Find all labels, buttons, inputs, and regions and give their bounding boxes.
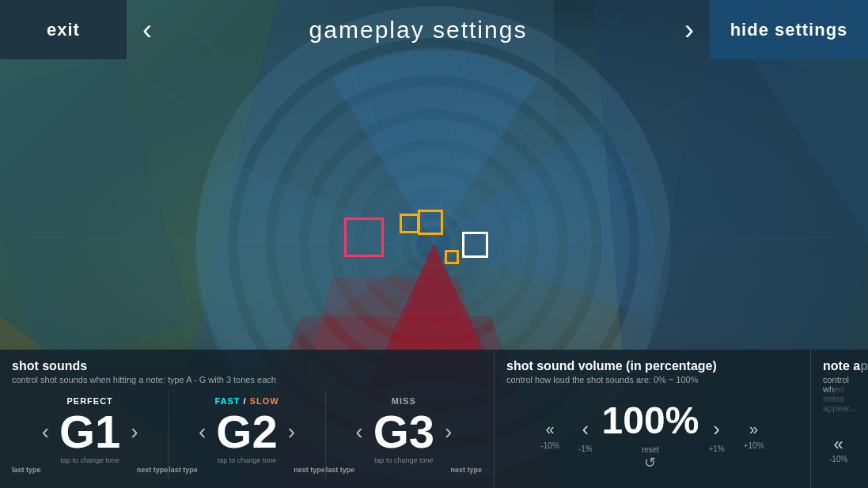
note-g2-nav: ‹ G2 ›: [195, 409, 299, 455]
note-g1-status: PERFECT: [66, 396, 112, 406]
note-g3-control: MISS ‹ G3 › tap to change tone last type…: [326, 396, 482, 474]
page-title: gameplay settings: [168, 17, 669, 44]
shot-volume-title: shot sound volume (in percentage): [506, 359, 798, 373]
note-g2-status-slash: /: [244, 396, 247, 406]
volume-reset-label: reset: [642, 445, 659, 454]
game-square-orange1: [400, 214, 419, 233]
note-g1-letter[interactable]: G1: [59, 409, 120, 455]
volume-reset-button[interactable]: ↺: [644, 454, 656, 471]
note-g3-next-label: next type: [450, 466, 482, 474]
note-g3-labels: last type next type: [326, 466, 482, 474]
note-g3-prev-button[interactable]: ‹: [351, 421, 366, 443]
exit-button[interactable]: exit: [0, 0, 127, 59]
note-g1-control: PERFECT ‹ G1 › tap to change tone last t…: [12, 396, 168, 474]
volume-single-prev-label: -1%: [578, 444, 593, 453]
game-square-orange2: [418, 210, 443, 235]
game-square-orange3: [445, 250, 459, 264]
shot-sounds-desc: control shot sounds when hitting a note:…: [12, 375, 482, 384]
game-square-white: [462, 232, 488, 258]
notes-row: PERFECT ‹ G1 › tap to change tone last t…: [12, 391, 482, 479]
note-g3-nav: ‹ G3 ›: [351, 409, 456, 455]
note-g2-prev-button[interactable]: ‹: [195, 421, 210, 443]
volume-value: 100%: [602, 399, 699, 442]
volume-double-prev-button[interactable]: « -10%: [531, 420, 568, 450]
note-g2-status-slow: SLOW: [250, 396, 279, 406]
note-g1-labels: last type next type: [12, 466, 168, 474]
shot-volume-section: shot sound volume (in percentage) contro…: [495, 350, 811, 488]
note-appearance-desc: control when notes appear...: [823, 375, 856, 413]
appear-double-prev-icon: «: [829, 434, 847, 455]
note-g2-letter[interactable]: G2: [216, 409, 277, 455]
hide-settings-button[interactable]: hide settings: [710, 0, 868, 59]
shot-sounds-section: shot sounds control shot sounds when hit…: [0, 350, 495, 488]
note-appearance-double-prev-button[interactable]: « -10%: [823, 434, 854, 463]
volume-double-next-label: +10%: [744, 441, 764, 450]
volume-double-prev-icon: «: [546, 420, 555, 438]
note-g1-nav: ‹ G1 ›: [38, 409, 142, 455]
volume-double-next-icon: »: [749, 420, 758, 438]
settings-panel: shot sounds control shot sounds when hit…: [0, 350, 868, 488]
volume-single-next-label: +1%: [708, 444, 724, 453]
volume-controls: « -10% ‹ -1% 100% reset ↺ › +1%: [506, 391, 798, 479]
volume-reset-area: reset ↺: [642, 445, 659, 471]
appear-double-prev-label: -10%: [829, 455, 847, 463]
volume-single-next-button[interactable]: › +1%: [699, 417, 733, 453]
note-g3-last-label: last type: [326, 466, 355, 474]
game-square-pink: [344, 218, 384, 257]
top-bar: exit ‹ gameplay settings › hide settings: [0, 0, 868, 59]
volume-double-prev-label: -10%: [540, 441, 559, 450]
volume-value-area: 100% reset ↺: [602, 399, 699, 471]
note-g2-status-fast: FAST: [214, 396, 240, 406]
volume-single-next-icon: ›: [713, 417, 720, 441]
note-g3-letter[interactable]: G3: [373, 409, 434, 455]
note-g3-status: MISS: [392, 396, 416, 406]
note-appearance-title: note appearance...: [823, 359, 856, 373]
volume-single-prev-icon: ‹: [582, 417, 589, 441]
note-g3-hint: tap to change tone: [374, 456, 434, 464]
prev-settings-button[interactable]: ‹: [127, 0, 168, 59]
note-g2-next-label: next type: [294, 466, 325, 474]
note-g2-hint: tap to change tone: [218, 456, 277, 464]
note-g1-next-button[interactable]: ›: [127, 421, 142, 443]
note-g1-next-label: next type: [137, 466, 169, 474]
volume-single-prev-button[interactable]: ‹ -1%: [569, 417, 602, 453]
note-g2-control: FAST / SLOW ‹ G2 › tap to change tone la…: [169, 396, 324, 474]
note-appearance-section: note appearance... control when notes ap…: [811, 350, 868, 488]
note-g1-last-label: last type: [12, 466, 41, 474]
shot-volume-desc: control how loud the shot sounds are: 0%…: [506, 375, 798, 384]
note-g1-hint: tap to change tone: [60, 456, 119, 464]
note-g2-last-label: last type: [169, 466, 198, 474]
volume-double-next-button[interactable]: » +10%: [734, 420, 774, 450]
note-g2-next-button[interactable]: ›: [284, 421, 299, 443]
note-g3-next-button[interactable]: ›: [441, 421, 456, 443]
shot-sounds-title: shot sounds: [12, 359, 482, 373]
next-settings-button[interactable]: ›: [669, 0, 710, 59]
note-g2-status: FAST / SLOW: [214, 396, 279, 406]
note-g2-labels: last type next type: [169, 466, 324, 474]
note-appearance-controls: « -10%: [823, 419, 856, 479]
note-g1-prev-button[interactable]: ‹: [38, 421, 53, 443]
